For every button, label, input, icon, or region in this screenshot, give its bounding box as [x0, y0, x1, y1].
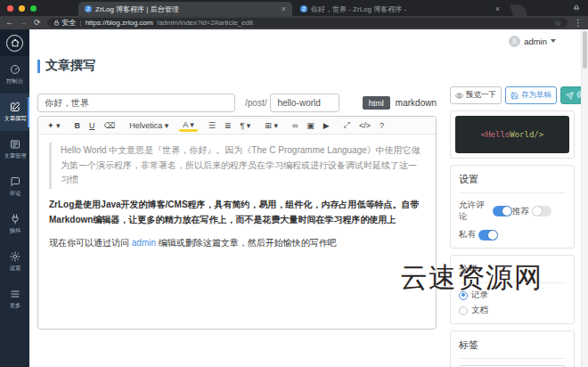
- home-icon: [6, 35, 23, 52]
- underline-button[interactable]: U: [86, 120, 99, 131]
- action-buttons: 预览一下 存为草稿 保存: [450, 86, 575, 104]
- scrollbar-thumb[interactable]: [583, 31, 587, 69]
- recommend-setting: 推荐: [512, 200, 566, 223]
- reload-icon[interactable]: ⟳: [34, 19, 41, 27]
- admin-link[interactable]: admin: [132, 238, 156, 248]
- mode-markdown-button[interactable]: markdown: [396, 98, 437, 108]
- tab-close-icon[interactable]: ×: [282, 4, 286, 13]
- article-slug-input[interactable]: [270, 94, 339, 112]
- preview-button[interactable]: 预览一下: [450, 86, 502, 104]
- bookmark-star-icon[interactable]: ☆: [554, 19, 561, 28]
- gear-icon: [10, 251, 20, 262]
- user-menu[interactable]: admin: [524, 37, 547, 46]
- avatar[interactable]: [509, 36, 520, 47]
- forward-icon[interactable]: →: [20, 19, 28, 27]
- save-button[interactable]: 保存: [560, 86, 581, 104]
- chat-bubble-icon: [10, 176, 20, 187]
- category-option-document[interactable]: 文档: [459, 305, 566, 316]
- sidebar-item-more[interactable]: 更多: [0, 281, 29, 318]
- unordered-list-button[interactable]: ☰: [205, 120, 219, 131]
- paragraph-align-dropdown[interactable]: ¶ ▾: [237, 120, 255, 131]
- tags-title: 标签: [459, 338, 566, 352]
- sidebar-item-settings[interactable]: 设置: [0, 243, 29, 281]
- browser-tab-active[interactable]: Z ZrLog 博客程序 | 后台管理 ×: [78, 2, 292, 16]
- plug-icon: [10, 214, 20, 224]
- category-card: 分类 记录 文档: [450, 255, 575, 324]
- zrlog-favicon-icon: Z: [300, 5, 307, 12]
- secure-badge: 安全: [53, 18, 77, 28]
- back-icon[interactable]: ←: [5, 19, 13, 27]
- private-toggle[interactable]: [478, 230, 498, 241]
- sidebar-logo[interactable]: [0, 29, 29, 56]
- thumbnail-card[interactable]: <Hello World/>: [450, 110, 575, 159]
- newspaper-icon: [10, 139, 20, 150]
- zrlog-favicon-icon: Z: [85, 5, 92, 12]
- tab-title: ZrLog 博客程序 | 后台管理: [95, 4, 278, 14]
- window-minimize-button[interactable]: [19, 5, 25, 12]
- page-title: 文章撰写: [45, 58, 95, 74]
- browser-tab-bar: Z ZrLog 博客程序 | 后台管理 × Z 你好，世界 - ZrLog 博客…: [0, 0, 588, 16]
- divider: [459, 192, 566, 193]
- window-zoom-button[interactable]: [30, 5, 37, 12]
- ordered-list-button[interactable]: ≣: [221, 120, 235, 131]
- edit-icon: [10, 102, 20, 112]
- save-draft-button[interactable]: 存为草稿: [505, 86, 557, 104]
- divider: [459, 358, 566, 359]
- sidebar-item-article-write[interactable]: 文章撰写: [0, 94, 29, 131]
- clear-format-button[interactable]: ⌫: [101, 120, 119, 131]
- style-magic-button[interactable]: ✦ ▾: [44, 120, 64, 131]
- fullscreen-button[interactable]: ⤢: [340, 119, 354, 131]
- rich-text-editor: ✦ ▾ B U ⌫ Helvetica ▾ A ▾ ☰ ≣ ¶ ▾ ⊞ ▾: [37, 116, 437, 330]
- chevron-down-icon: [551, 39, 556, 43]
- recommend-toggle[interactable]: [532, 206, 551, 216]
- divider: [459, 282, 566, 283]
- bold-button[interactable]: B: [71, 120, 85, 131]
- blockquote: Hello World 中文意思是『世界，你好』。因为《The C Progra…: [49, 143, 425, 189]
- main-content: admin 文章撰写 /post/ html markdown ✦ ▾: [29, 29, 581, 367]
- video-button[interactable]: ▶: [320, 120, 333, 131]
- sidebar-item-article-manage[interactable]: 文章管理: [0, 131, 29, 168]
- allow-comments-setting: 允许评论: [459, 200, 512, 223]
- font-family-dropdown[interactable]: Helvetica ▾: [126, 120, 172, 131]
- allow-comments-toggle[interactable]: [493, 206, 512, 216]
- tab-title: 你好，世界 - ZrLog 博客程序 -: [311, 4, 492, 14]
- browser-menu-icon[interactable]: ⋮: [574, 18, 583, 28]
- admin-sidebar: 控制台 文章撰写 文章管理 评论 插件 设置 更多: [0, 29, 29, 367]
- article-title-input[interactable]: [37, 94, 235, 112]
- category-option-record[interactable]: 记录: [459, 290, 566, 301]
- editor-body[interactable]: Hello World 中文意思是『世界，你好』。因为《The C Progra…: [38, 135, 436, 258]
- extension-icon[interactable]: [572, 3, 581, 12]
- font-color-button[interactable]: A ▾: [179, 119, 198, 132]
- radio-unselected-icon[interactable]: [459, 306, 468, 315]
- url-path: /admin/index?id=2#article_edit: [157, 19, 253, 27]
- sidebar-item-dashboard[interactable]: 控制台: [0, 56, 29, 94]
- admin-topbar: admin: [29, 29, 581, 53]
- code-view-button[interactable]: </>: [355, 120, 374, 131]
- floppy-icon: [510, 92, 519, 100]
- paper-plane-icon: [566, 92, 574, 100]
- help-button[interactable]: ?: [376, 120, 388, 131]
- list-icon: [10, 289, 20, 299]
- browser-tab-inactive[interactable]: Z 你好，世界 - ZrLog 博客程序 - ×: [294, 2, 506, 16]
- mode-html-button[interactable]: html: [363, 96, 390, 110]
- window-close-button[interactable]: [7, 5, 13, 12]
- window-controls: [7, 5, 37, 12]
- article-meta-row: /post/ html markdown: [37, 94, 437, 112]
- tab-close-icon[interactable]: ×: [495, 4, 500, 13]
- user-icon: [510, 37, 519, 45]
- title-accent-bar: [37, 60, 40, 73]
- url-field[interactable]: 安全 | https://blog.zrlog.com/admin/index?…: [47, 18, 568, 28]
- page-scrollbar[interactable]: [581, 29, 588, 367]
- category-title: 分类: [459, 263, 566, 276]
- table-dropdown[interactable]: ⊞ ▾: [261, 120, 282, 131]
- settings-card: 设置 允许评论 推荐 私有: [450, 165, 575, 249]
- picture-button[interactable]: ▣: [303, 120, 318, 131]
- page-header: 文章撰写: [37, 58, 581, 74]
- sidebar-item-comments[interactable]: 评论: [0, 168, 29, 206]
- new-tab-button[interactable]: [510, 4, 527, 16]
- browser-address-bar: ← → ⟳ 安全 | https://blog.zrlog.com/admin/…: [0, 16, 588, 29]
- sidebar-item-plugins[interactable]: 插件: [0, 206, 29, 243]
- slug-prefix-label: /post/: [245, 98, 270, 108]
- link-button[interactable]: ∞: [289, 120, 301, 131]
- radio-selected-icon[interactable]: [459, 291, 468, 300]
